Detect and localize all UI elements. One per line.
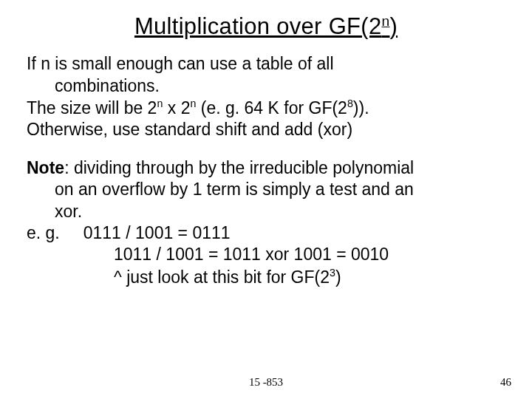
p1-line-a: If n is small enough can use a table of … bbox=[27, 54, 334, 73]
footer-course: 15 -853 bbox=[0, 376, 532, 389]
eg-label: e. g. bbox=[27, 223, 60, 242]
p2-sup-3: 8 bbox=[347, 98, 353, 109]
p2-d: )). bbox=[353, 98, 369, 117]
para-1: If n is small enough can use a table of … bbox=[27, 53, 505, 97]
eg3-sup: 3 bbox=[330, 267, 335, 279]
example-line-1: e. g. 0111 / 1001 = 0111 bbox=[27, 222, 505, 244]
note-para: Note: dividing through by the irreducibl… bbox=[27, 157, 505, 222]
p2-a: The size will be 2 bbox=[27, 98, 157, 117]
spacer bbox=[27, 141, 505, 157]
slide-body: If n is small enough can use a table of … bbox=[0, 46, 532, 288]
eg-pad bbox=[60, 223, 83, 242]
p1-line-b: combinations. bbox=[55, 76, 160, 95]
note-b: on an overflow by 1 term is simply a tes… bbox=[55, 180, 414, 199]
para-2: The size will be 2n x 2n (e. g. 64 K for… bbox=[27, 97, 505, 119]
slide: Multiplication over GF(2n) If n is small… bbox=[0, 0, 532, 399]
para-3: Otherwise, use standard shift and add (x… bbox=[27, 119, 505, 140]
p2-c: (e. g. 64 K for GF(2 bbox=[196, 98, 347, 117]
example-line-2: 1011 / 1001 = 1011 xor 1001 = 0010 bbox=[27, 244, 505, 265]
note-label: Note bbox=[27, 158, 64, 177]
eg3-b: ) bbox=[335, 267, 341, 287]
title-part-b: ) bbox=[389, 13, 398, 39]
eg1: 0111 / 1001 = 0111 bbox=[83, 223, 231, 242]
footer-page: 46 bbox=[500, 376, 511, 389]
slide-title: Multiplication over GF(2n) bbox=[0, 0, 532, 46]
note-c: xor. bbox=[55, 202, 82, 221]
note-a: : dividing through by the irreducible po… bbox=[64, 158, 414, 177]
title-part-a: Multiplication over GF(2 bbox=[134, 13, 382, 39]
p2-b: x 2 bbox=[163, 98, 190, 117]
example-line-3: ^ just look at this bit for GF(23) bbox=[27, 266, 505, 288]
title-sup: n bbox=[381, 13, 389, 29]
eg3-a: ^ just look at this bit for GF(2 bbox=[114, 267, 330, 287]
